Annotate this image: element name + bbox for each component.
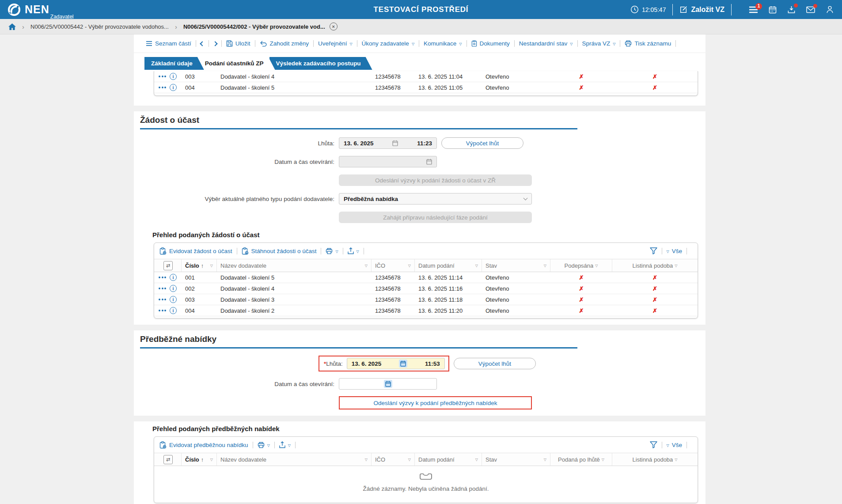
next-record-icon[interactable] [212,41,217,46]
print-record-button[interactable]: Tisk záznamu [625,40,671,47]
row-menu-icon[interactable] [159,76,166,77]
filter-caret-icon[interactable]: ▽ [667,443,669,447]
discard-changes-button[interactable]: Zahodit změny [260,40,309,47]
breadcrumb-item-current[interactable]: N006/25/V00005442/002 - Výběr provozovat… [183,23,325,30]
vypocet-lhut-button[interactable]: Výpočet lhůt [441,137,523,149]
nestandardni-stav-menu[interactable]: Nestandardní stav▽ [519,40,573,47]
downloads-icon[interactable] [787,6,796,14]
sprava-vz-menu[interactable]: Správa VZ▽ [582,40,616,47]
filter-caret-icon[interactable]: ▽ [675,458,677,462]
table-row[interactable]: i 001 Dodavatel - školení 5 12345678 13.… [154,272,698,283]
column-header-listinna[interactable]: Listinná podoba▽ [612,259,698,272]
info-icon[interactable]: i [170,274,177,281]
datum-otevirani-field[interactable] [339,378,437,390]
filter-caret-icon[interactable]: ▽ [595,264,598,268]
filter-caret-icon[interactable]: ▽ [602,458,604,462]
filter-caret-icon[interactable]: ▽ [475,458,478,462]
breadcrumb-item-parent[interactable]: N006/25/V00005442 - Výběr provozovatele … [30,23,169,30]
calendar-picker-icon[interactable] [392,140,398,146]
info-icon[interactable]: i [170,285,177,292]
info-icon[interactable]: i [170,84,177,91]
column-header-nazev[interactable]: Název dodavatele▽ [217,259,372,272]
komunikace-menu[interactable]: Komunikace▽ [424,40,462,47]
column-settings-icon[interactable]: ⇄ [163,455,173,464]
filter-caret-icon[interactable]: ▽ [210,458,213,462]
dokumenty-button[interactable]: Dokumenty [471,40,510,47]
lhuta-datetime-field[interactable]: 13. 6. 2025 11:53 [347,358,445,369]
filter-caret-icon[interactable]: ▽ [408,458,411,462]
info-icon[interactable]: i [170,307,177,314]
seznam-casti-button[interactable]: Seznam částí [146,40,191,47]
filter-caret-icon[interactable]: ▽ [408,264,411,268]
home-icon[interactable] [8,23,16,30]
row-menu-icon[interactable] [159,299,166,300]
tab-podani-ucastniku[interactable]: Podání účastníků ZP [198,57,275,70]
filter-caret-icon[interactable]: ▽ [667,250,669,254]
column-header-ico[interactable]: IČO▽ [372,453,415,466]
filter-vse-button[interactable]: Vše [672,248,682,254]
save-button[interactable]: Uložit [226,40,250,47]
column-header-listinna[interactable]: Listinná podoba▽ [612,453,698,466]
evidovat-zadost-button[interactable]: Evidovat žádost o účast [159,247,232,255]
tab-vysledek-postupu[interactable]: Výsledek zadávacího postupu [269,57,372,70]
calendar-icon[interactable] [769,6,777,14]
filter-icon[interactable] [650,441,657,448]
filter-caret-icon[interactable]: ▽ [210,264,213,268]
user-icon[interactable] [826,5,834,14]
column-header-podana-po-lhute[interactable]: Podaná po lhůtě▽ [550,453,612,466]
export-table-button[interactable]: ▽ [279,441,291,448]
create-vz-button[interactable]: Založit VZ [679,6,724,14]
column-header-stav[interactable]: Stav▽ [482,259,550,272]
filter-caret-icon[interactable]: ▽ [365,264,368,268]
calendar-picker-icon[interactable] [384,380,392,388]
info-icon[interactable]: i [170,73,177,80]
column-header-cislo[interactable]: Číslo↑▽ [182,259,217,272]
mail-icon[interactable] [806,6,815,13]
table-row[interactable]: i 003 Dodavatel - školení 4 12345678 13.… [154,71,698,82]
filter-icon[interactable] [650,247,657,254]
export-table-button[interactable]: ▽ [348,247,359,254]
column-header-podepsana[interactable]: Podepsána▽ [550,259,612,272]
divider [321,248,321,254]
tab-zakladni-udaje[interactable]: Základní údaje [144,57,204,70]
ukony-zadavatele-menu[interactable]: Úkony zadavatele▽ [362,40,414,47]
column-header-datum[interactable]: Datum podání▽ [415,453,482,466]
stahnout-zadosti-button[interactable]: Stáhnout žádosti o účast [242,247,317,255]
table-row[interactable]: i 004 Dodavatel - školení 5 12345678 13.… [154,82,698,93]
row-menu-icon[interactable] [159,310,166,311]
row-menu-icon[interactable] [159,277,166,278]
column-settings-icon[interactable]: ⇄ [163,261,173,270]
predbezne-nabidky-section: Předběžné nabídky *Lhůta: 13. 6. 2025 11… [134,330,705,416]
prev-record-icon[interactable] [200,41,205,46]
column-header-cislo[interactable]: Číslo↑▽ [182,453,217,466]
print-table-button[interactable]: ▽ [326,248,338,254]
filter-caret-icon[interactable]: ▽ [544,458,546,462]
menu-icon[interactable]: 1 [749,6,758,13]
table-row[interactable]: i 003 Dodavatel - školení 3 12345678 13.… [154,294,698,305]
odeslani-vyzvy-predbezne-button[interactable]: Odeslání výzvy k podání předběžných nabí… [339,396,532,409]
column-header-nazev[interactable]: Název dodavatele▽ [217,453,372,466]
evidovat-predbeznou-button[interactable]: Evidovat předběžnou nabídku [159,441,248,449]
uverejneni-menu[interactable]: Uveřejnění▽ [318,40,352,47]
info-icon[interactable]: i [170,296,177,303]
nen-logo[interactable]: NENZadavatel [7,3,74,17]
column-header-ico[interactable]: IČO▽ [372,259,415,272]
column-header-datum[interactable]: Datum podání▽ [415,259,482,272]
filter-caret-icon[interactable]: ▽ [475,264,478,268]
filter-caret-icon[interactable]: ▽ [544,264,546,268]
row-menu-icon[interactable] [159,87,166,88]
close-tab-icon[interactable]: × [330,23,338,30]
print-table-button[interactable]: ▽ [258,442,270,448]
filter-caret-icon[interactable]: ▽ [365,458,368,462]
lhuta-datetime-field[interactable]: 13. 6. 2025 11:23 [339,137,437,149]
calendar-picker-icon[interactable] [399,360,407,368]
cell-datum-podani: 13. 6. 2025 11:18 [415,296,482,303]
typ-podani-dropdown[interactable]: Předběžná nabídka [339,193,532,205]
table-row[interactable]: i 002 Dodavatel - školení 4 12345678 13.… [154,283,698,294]
filter-vse-button[interactable]: Vše [672,442,682,448]
column-header-stav[interactable]: Stav▽ [482,453,550,466]
filter-caret-icon[interactable]: ▽ [675,264,677,268]
vypocet-lhut-button[interactable]: Výpočet lhůt [454,358,536,369]
table-row[interactable]: i 004 Dodavatel - školení 2 12345678 13.… [154,305,698,316]
row-menu-icon[interactable] [159,288,166,289]
